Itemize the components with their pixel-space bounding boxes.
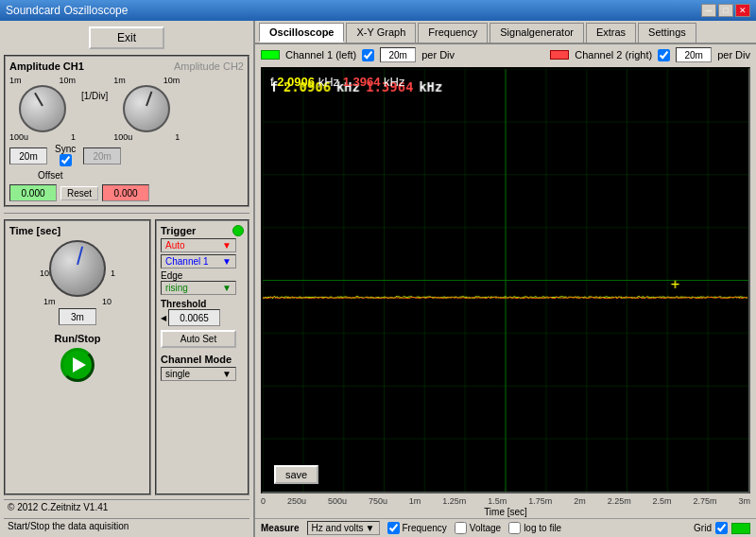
ch1-amplitude-knob[interactable] [19,85,66,132]
frequency-display: f 2.0906 kHz 1.3964 kHz [270,75,404,89]
time-10-label: 10 [102,297,112,306]
ch1-sync-row [9,147,47,165]
measure-value: Hz and volts [312,523,364,533]
threshold-input[interactable] [168,309,220,326]
offset-label: Offset [38,170,63,181]
sync-label: Sync [55,144,76,154]
trigger-mode-dropdown[interactable]: Auto ▼ [161,238,236,252]
tooltip-text: Start/Stop the data aquisition [8,521,129,531]
voltage-checkbox[interactable] [455,522,467,534]
ch1-checkbox[interactable] [362,49,374,61]
tab-oscilloscope[interactable]: Oscilloscope [259,23,344,43]
channel-mode-section: Channel Mode single ▼ [161,354,244,381]
bottom-left-section: Time [sec] 100m 10m 1 1m 10 Run/Stop [4,219,249,495]
ch2-amplitude-knob[interactable] [123,85,170,132]
trigger-channel-dropdown[interactable]: Channel 1 ▼ [161,254,236,268]
time-value-input[interactable] [59,308,96,325]
measure-arrow: ▼ [366,523,375,533]
exit-button[interactable]: Exit [89,26,164,49]
time-label: Time [sec] [9,225,146,236]
ch1-bottom-left-label: 100u [9,132,28,142]
x-label-2m: 2m [574,496,586,506]
threshold-row: ◀ [161,309,244,326]
save-button[interactable]: save [274,465,318,484]
frequency-check-label: Frequency [387,522,447,534]
ch1-knob-indicator [34,93,43,107]
ch2-per-div-input[interactable] [676,47,712,62]
close-button[interactable]: ✕ [735,4,750,17]
separator-1 [4,213,249,214]
time-section: Time [sec] 100m 10m 1 1m 10 Run/Stop [4,219,151,495]
freq-value2: 1.3964 [343,75,381,89]
tab-signalgenerator[interactable]: Signalgenerator [490,23,584,43]
ch1-sync-input[interactable] [9,147,47,165]
trigger-header: Trigger [161,225,244,236]
ch2-sync-input[interactable] [83,147,121,165]
ch2-checkbox[interactable] [658,49,670,61]
copyright-text: © 2012 C.Zeitnitz V1.41 [8,502,108,512]
ch1-per-div-input[interactable] [380,47,416,62]
ch2-bottom-left-label: 100u [113,132,132,142]
tooltip-bar: Start/Stop the data aquisition [4,518,249,533]
trigger-section: Trigger Auto ▼ Channel 1 ▼ Edge rising ▼… [155,219,249,495]
ch2-label: Channel 2 (right) [575,49,652,61]
offset-section: Reset [9,184,244,201]
window-controls: ─ □ ✕ [701,4,750,17]
right-panel: Oscilloscope X-Y Graph Frequency Signalg… [255,21,756,537]
x-label-1.25m: 1.25m [442,496,466,506]
grid-checkbox[interactable] [715,522,728,534]
auto-set-button[interactable]: Auto Set [161,330,236,348]
ch2-sync-row [83,147,121,165]
grid-section: Grid [694,522,750,534]
x-axis-labels: 0 250u 500u 750u 1m 1.25m 1.5m 1.75m 2m … [255,495,756,507]
tab-extras[interactable]: Extras [586,23,636,43]
tab-settings[interactable]: Settings [638,23,696,43]
ch2-per-div-unit: per Div [717,49,750,61]
time-knob[interactable] [49,240,106,297]
x-label-500u: 500u [328,496,347,506]
run-stop-button[interactable] [60,348,94,382]
ch1-knob-container: 1m 10m 100u 1 [9,76,76,142]
trigger-label: Trigger [161,225,196,236]
ch1-knob-bottom-labels: 100u 1 [9,132,76,142]
frequency-checkbox[interactable] [387,522,400,534]
time-1m-label: 1m [43,297,56,306]
ch1-top-right-label: 10m [59,76,76,85]
time-knob-indicator [77,246,83,265]
ch2-bottom-right-label: 1 [175,132,180,142]
x-label-2.5m: 2.5m [653,496,672,506]
threshold-spinner-down[interactable]: ◀ [161,314,166,322]
tab-xy-graph[interactable]: X-Y Graph [346,23,416,43]
ch1-offset-input[interactable] [9,184,57,201]
edge-dropdown[interactable]: rising ▼ [161,281,236,295]
edge-value: rising [165,283,188,293]
log-check-label: log to file [508,522,561,534]
measure-label: Measure [261,523,300,533]
x-label-1.5m: 1.5m [488,496,507,506]
trigger-mode-value: Auto [165,240,185,251]
tabs-bar: Oscilloscope X-Y Graph Frequency Signalg… [255,21,756,44]
channel-mode-arrow: ▼ [222,369,232,379]
ch2-knob-container: 1m 10m 100u 1 [113,76,180,142]
time-1-label: 1 [111,268,115,278]
tab-frequency[interactable]: Frequency [418,23,488,43]
minimize-button[interactable]: ─ [701,4,716,17]
x-label-0: 0 [261,496,266,506]
amplitude-section: Amplitude CH1 Amplitude CH2 1m 10m 100u … [4,55,249,207]
main-content: Exit Amplitude CH1 Amplitude CH2 1m 10m [0,21,756,537]
measure-dropdown[interactable]: Hz and volts ▼ [307,521,380,535]
threshold-label: Threshold [161,299,244,309]
title-text: Soundcard Oszilloscope [6,4,128,17]
log-checkbox[interactable] [508,522,521,534]
ch2-offset-input[interactable] [102,184,149,201]
channel-mode-dropdown[interactable]: single ▼ [161,367,236,381]
play-icon [73,357,86,372]
maximize-button[interactable]: □ [718,4,733,17]
sync-checkbox[interactable] [60,154,72,166]
trigger-channel-value: Channel 1 [165,256,209,267]
ch1-per-div-unit: per Div [421,49,455,61]
oscilloscope-screen: f 2.0906 kHz 1.3964 kHz save [261,67,750,494]
trigger-mode-arrow: ▼ [222,240,232,251]
reset-button[interactable]: Reset [60,186,98,200]
run-stop-section: Run/Stop [9,333,146,382]
